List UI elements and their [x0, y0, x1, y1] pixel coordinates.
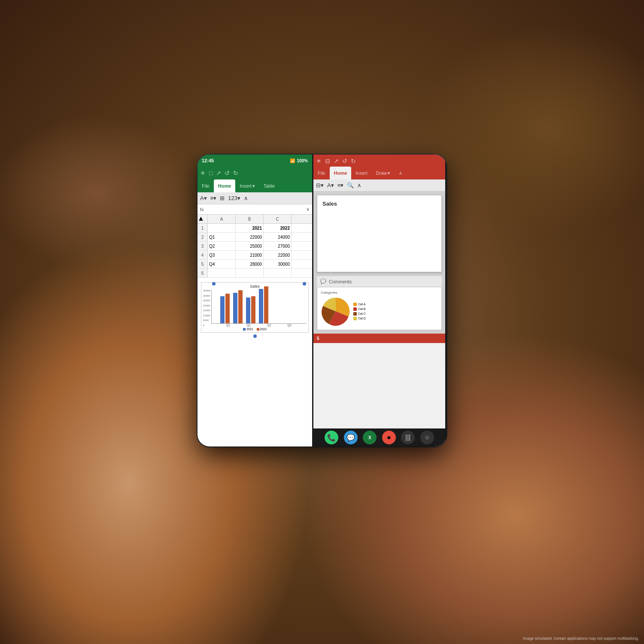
formula-expand[interactable]: ∨ [306, 207, 310, 212]
expand-icon[interactable]: ∧ [244, 195, 248, 201]
col-a-header[interactable]: A [208, 215, 236, 223]
align-icon[interactable]: ≡▾ [210, 195, 217, 201]
signal-icon: 📶 [290, 158, 295, 163]
nav-excel-button[interactable]: X [363, 431, 377, 444]
excel-tab-home[interactable]: Home [214, 179, 236, 192]
legend-2022: 2022 [257, 328, 267, 331]
disclaimer-text: Image simulated. Certain applications ma… [523, 636, 639, 641]
pie-legend-item-d: Cat D [353, 317, 366, 320]
selection-handle-bottom[interactable] [253, 334, 257, 338]
cell-a2[interactable]: Q1 [208, 233, 236, 241]
ppt-expand-btn[interactable]: ∧ [395, 167, 407, 179]
cell-b2[interactable]: 22000 [236, 233, 264, 241]
chart-y-axis: 35000 30000 25000 20000 15000 10000 5000… [203, 289, 210, 327]
pie-color-d [353, 317, 357, 320]
formula-bar: fx ∨ [197, 204, 312, 215]
idea-icon[interactable]: ☀ [200, 170, 206, 176]
bar-group-q3 [246, 296, 255, 323]
ppt-search-icon[interactable]: 🔍 [347, 182, 354, 188]
pie-chart-svg [321, 296, 351, 326]
save-icon[interactable]: □ [209, 170, 213, 176]
ppt-tab-file[interactable]: File [313, 167, 330, 179]
redo-icon[interactable]: ↻ [233, 170, 238, 176]
cell-c1[interactable]: 2022 [264, 224, 292, 232]
ppt-tab-draw[interactable]: Draw ▾ [372, 167, 395, 179]
excel-format-bar: A▾ ≡▾ ⊞ 123▾ ∧ [197, 192, 312, 204]
y-label: 10000 [203, 314, 210, 317]
font-color-icon[interactable]: A▾ [200, 195, 207, 201]
comments-panel[interactable]: 💬 Comments [317, 276, 442, 287]
selection-handle-right[interactable] [303, 282, 306, 286]
pie-color-a [353, 303, 357, 306]
ppt-para-icon[interactable]: ≡▾ [337, 182, 344, 188]
ppt-layout-icon[interactable]: ⊟▾ [316, 182, 324, 188]
ppt-top-space: ☀ ⊟ ↗ ↺ ↻ [313, 155, 445, 167]
cell-b4[interactable]: 21000 [236, 251, 264, 259]
cell-c3[interactable]: 27000 [264, 242, 292, 250]
x-label-q1: Q1 [226, 324, 230, 327]
phone-icon: 📞 [327, 434, 336, 442]
cell-b1[interactable]: 2021 [236, 224, 264, 232]
ppt-ribbon: File Home Insert Draw ▾ ∧ [313, 167, 445, 179]
ppt-pie-slide[interactable]: Categories [317, 287, 442, 330]
cell-c5[interactable]: 30000 [264, 260, 292, 268]
legend-label-2022: 2022 [260, 328, 267, 331]
table-row: 2 Q1 22000 24000 [197, 233, 312, 242]
legend-dot-2021 [243, 328, 246, 331]
pie-label-a: Cat A [358, 303, 365, 306]
nav-phone-button[interactable]: 📞 [325, 431, 338, 444]
pie-legend-item-a: Cat A [353, 303, 366, 306]
pie-chart-container: Cat A Cat B Cat C [321, 296, 438, 326]
cell-c6[interactable] [264, 269, 292, 277]
excel-screen: 12:45 📶 100% ☀ □ ↗ ↺ ↻ F [197, 155, 313, 447]
share-icon[interactable]: ↗ [216, 170, 221, 176]
cell-a5[interactable]: Q4 [208, 260, 236, 268]
cell-a6[interactable] [208, 269, 236, 277]
excel-tab-insert[interactable]: Insert ▾ [235, 179, 259, 192]
y-label: 0 [203, 324, 210, 327]
x-label-q3: Q3 [267, 324, 271, 327]
y-label: 5000 [203, 319, 210, 322]
nav-instagram-button[interactable]: ● [382, 431, 396, 444]
excel-tab-table[interactable]: Table [259, 179, 279, 192]
ppt-view-icon[interactable]: ⊟ [325, 158, 330, 164]
nav-multitask-button[interactable]: ||| [401, 431, 415, 444]
col-b-header[interactable]: B [236, 215, 264, 223]
ppt-collapse-icon[interactable]: ∧ [357, 182, 361, 188]
cell-c4[interactable]: 22000 [264, 251, 292, 259]
ppt-share-icon[interactable]: ↗ [334, 158, 339, 164]
ppt-font-icon[interactable]: A▾ [327, 182, 334, 188]
cell-c2[interactable]: 24000 [264, 233, 292, 241]
row-6-header: 6 [197, 269, 208, 277]
excel-tab-file[interactable]: File [197, 179, 214, 192]
number-icon[interactable]: 123▾ [228, 195, 240, 201]
chart-title: Sales [203, 284, 307, 289]
ppt-idea-icon[interactable]: ☀ [316, 158, 322, 164]
chart-legend: 2021 2022 [203, 328, 307, 331]
undo-icon[interactable]: ↺ [225, 170, 230, 176]
col-c-header[interactable]: C [264, 215, 292, 223]
ppt-tab-insert[interactable]: Insert [351, 167, 372, 179]
cell-a1[interactable] [208, 224, 236, 232]
ppt-tab-home[interactable]: Home [330, 167, 352, 179]
chart-bars [211, 289, 307, 324]
table-icon[interactable]: ⊞ [220, 195, 225, 201]
selection-handle-left[interactable] [212, 282, 216, 286]
nav-messages-button[interactable]: 💬 [344, 431, 358, 444]
cell-b3[interactable]: 25000 [236, 242, 264, 250]
ppt-slide-card[interactable]: Sales [317, 195, 442, 272]
home-icon: ○ [425, 434, 429, 441]
legend-dot-2022 [257, 328, 259, 331]
excel-icon: X [368, 435, 371, 440]
bar-q4-2022 [264, 286, 268, 323]
ppt-redo-icon[interactable]: ↻ [351, 158, 356, 164]
table-row: 1 2021 2022 [197, 224, 312, 233]
nav-home-button[interactable]: ○ [420, 431, 434, 444]
cell-a4[interactable]: Q3 [208, 251, 236, 259]
row-3-header: 3 [197, 242, 208, 250]
bar-q2-2021 [233, 293, 237, 323]
cell-b5[interactable]: 28000 [236, 260, 264, 268]
ppt-undo-icon[interactable]: ↺ [342, 158, 347, 164]
cell-a3[interactable]: Q2 [208, 242, 236, 250]
cell-b6[interactable] [236, 269, 264, 277]
